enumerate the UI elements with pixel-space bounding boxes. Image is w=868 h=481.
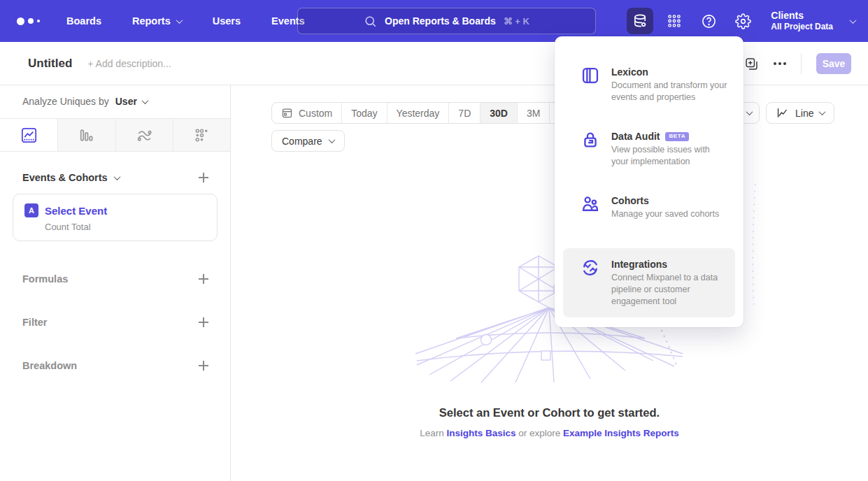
date-range-3m[interactable]: 3M	[517, 103, 549, 123]
chevron-down-icon	[113, 173, 120, 180]
add-event-button[interactable]	[198, 172, 209, 183]
global-search-input[interactable]: Open Reports & Boards ⌘ + K	[297, 8, 596, 34]
menu-item-description: Manage your saved cohorts	[611, 208, 719, 220]
or-explore-text: or explore	[518, 428, 560, 438]
sync-icon	[581, 258, 600, 278]
events-cohorts-header[interactable]: Events & Cohorts	[22, 172, 120, 183]
chart-type-dropdown[interactable]: Line	[766, 102, 834, 124]
more-options-button[interactable]	[774, 62, 786, 65]
tab-line-chart[interactable]	[0, 119, 57, 151]
filter-section-label: Filter	[22, 317, 47, 328]
project-selector[interactable]: Clients All Project Data	[771, 10, 833, 33]
date-range-today[interactable]: Today	[341, 103, 386, 123]
project-scope: All Project Data	[771, 22, 833, 32]
date-range-label: Custom	[299, 108, 332, 119]
nav-item-label: Users	[213, 15, 241, 27]
nav-item-reports[interactable]: Reports	[132, 15, 182, 27]
book-icon	[581, 66, 600, 85]
menu-item-description: Document and transform your events and p…	[611, 80, 728, 103]
add-breakdown-button[interactable]	[198, 360, 209, 371]
date-range-label: Yesterday	[397, 108, 440, 119]
search-placeholder: Open Reports & Boards	[385, 15, 496, 27]
chevron-down-icon	[819, 108, 826, 115]
menu-item-integrations[interactable]: Integrations Connect Mixpanel to a data …	[563, 248, 735, 317]
select-event-label[interactable]: Select Event	[45, 205, 107, 217]
count-total-dropdown[interactable]: Count Total	[45, 222, 206, 232]
gear-icon	[735, 13, 751, 29]
date-range-7d[interactable]: 7D	[448, 103, 480, 123]
empty-state-links: Learn Insights Basics or explore Example…	[231, 428, 868, 438]
top-navbar: Boards Reports Users Events Open Reports…	[0, 0, 868, 42]
date-range-label: Today	[351, 108, 377, 119]
menu-item-description: Connect Mixpanel to a data pipeline or c…	[611, 272, 728, 308]
tab-flow-chart[interactable]	[115, 119, 173, 151]
learn-prefix: Learn	[420, 428, 444, 438]
nav-item-label: Reports	[132, 15, 171, 27]
nav-item-boards[interactable]: Boards	[66, 15, 101, 27]
lock-icon	[581, 130, 600, 150]
line-chart-icon	[776, 106, 789, 120]
nav-item-label: Boards	[66, 15, 101, 27]
empty-state-title: Select an Event or Cohort to get started…	[231, 406, 868, 419]
menu-item-lexicon[interactable]: Lexicon Document and transform your even…	[563, 59, 735, 110]
date-range-30d[interactable]: 30D	[480, 103, 517, 123]
menu-item-cohorts[interactable]: Cohorts Manage your saved cohorts	[563, 187, 735, 227]
analyze-value-dropdown[interactable]: User	[115, 96, 148, 107]
insights-basics-link[interactable]: Insights Basics	[446, 428, 515, 438]
example-insights-reports-link[interactable]: Example Insights Reports	[563, 428, 679, 438]
add-description-field[interactable]: + Add description...	[87, 58, 171, 69]
nav-item-users[interactable]: Users	[213, 15, 241, 27]
formulas-section-label: Formulas	[22, 273, 68, 285]
beta-badge: BETA	[665, 132, 689, 141]
date-range-label: 7D	[458, 108, 471, 119]
data-management-button[interactable]	[627, 8, 653, 34]
date-range-label: 3M	[527, 108, 540, 119]
save-button[interactable]: Save	[816, 53, 851, 74]
chevron-down-icon	[746, 108, 753, 115]
tab-bar-chart[interactable]	[57, 119, 115, 151]
menu-item-title: Cohorts	[611, 194, 649, 207]
data-management-dropdown: Lexicon Document and transform your even…	[555, 36, 744, 327]
help-button[interactable]	[695, 8, 722, 34]
chevron-down-icon	[176, 17, 183, 24]
chart-type-label: Line	[795, 108, 813, 119]
chevron-down-icon	[141, 97, 148, 104]
report-title[interactable]: Untitled	[28, 57, 72, 71]
dotted-line-decoration	[747, 183, 758, 306]
line-chart-icon	[20, 127, 38, 144]
chevron-down-icon	[850, 17, 857, 24]
mixpanel-logo-icon[interactable]	[17, 17, 40, 25]
menu-item-title: Integrations	[611, 258, 667, 271]
events-cohorts-label: Events & Cohorts	[22, 172, 108, 183]
bar-chart-icon	[78, 127, 95, 144]
search-shortcut: ⌘ + K	[504, 16, 529, 27]
tab-scatter-chart[interactable]	[173, 119, 230, 151]
menu-item-title: Lexicon	[611, 66, 648, 78]
menu-item-description: View possible issues with your implement…	[611, 144, 728, 168]
compare-label: Compare	[282, 136, 322, 147]
analyze-value: User	[115, 96, 137, 107]
grid-dots-icon	[667, 13, 682, 29]
menu-item-data-audit[interactable]: Data AuditBETA View possible issues with…	[563, 123, 735, 175]
select-event-card[interactable]: A Select Event Count Total	[13, 194, 218, 241]
date-range-label: 30D	[490, 108, 508, 119]
add-filter-button[interactable]	[198, 317, 209, 328]
date-range-yesterday[interactable]: Yesterday	[387, 103, 449, 123]
add-formula-button[interactable]	[198, 273, 209, 285]
flow-icon	[136, 127, 153, 144]
breakdown-section-label: Breakdown	[22, 360, 77, 371]
menu-item-title: Data Audit	[611, 130, 660, 143]
query-builder-sidebar: Analyze Uniques by User	[0, 85, 231, 481]
settings-button[interactable]	[730, 8, 756, 34]
search-icon	[364, 15, 377, 28]
analyze-label: Analyze Uniques by	[22, 96, 109, 107]
duplicate-icon[interactable]	[744, 57, 759, 71]
project-name: Clients	[771, 10, 833, 22]
divider	[801, 53, 802, 74]
apps-grid-button[interactable]	[661, 8, 688, 34]
compare-button[interactable]: Compare	[271, 130, 345, 152]
people-icon	[581, 194, 600, 214]
chevron-down-icon	[328, 136, 335, 143]
date-range-control: Custom Today Yesterday 7D 30D 3M 6M	[271, 102, 583, 124]
date-range-custom[interactable]: Custom	[272, 103, 341, 123]
